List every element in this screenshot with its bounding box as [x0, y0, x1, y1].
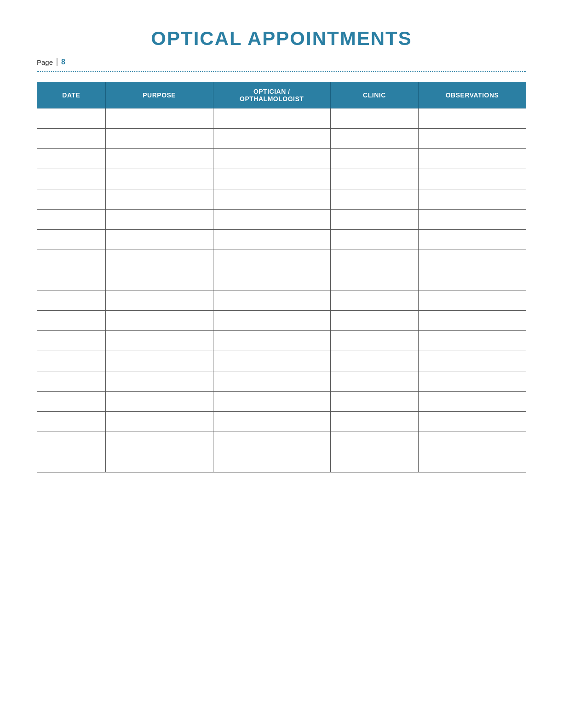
table-cell[interactable]	[37, 189, 106, 210]
table-cell[interactable]	[37, 169, 106, 189]
table-cell[interactable]	[105, 290, 213, 311]
table-cell[interactable]	[105, 250, 213, 270]
table-cell[interactable]	[213, 331, 330, 351]
table-cell[interactable]	[105, 270, 213, 290]
table-row	[37, 129, 526, 149]
table-cell[interactable]	[330, 149, 418, 169]
table-cell[interactable]	[330, 210, 418, 230]
table-cell[interactable]	[213, 230, 330, 250]
table-cell[interactable]	[213, 210, 330, 230]
table-cell[interactable]	[105, 432, 213, 452]
table-cell[interactable]	[37, 412, 106, 432]
table-cell[interactable]	[213, 250, 330, 270]
table-cell[interactable]	[419, 250, 526, 270]
table-cell[interactable]	[37, 351, 106, 371]
table-cell[interactable]	[419, 432, 526, 452]
table-cell[interactable]	[213, 392, 330, 412]
table-row	[37, 169, 526, 189]
table-cell[interactable]	[105, 331, 213, 351]
table-cell[interactable]	[330, 169, 418, 189]
table-cell[interactable]	[213, 169, 330, 189]
table-cell[interactable]	[213, 452, 330, 472]
table-cell[interactable]	[213, 290, 330, 311]
table-cell[interactable]	[37, 149, 106, 169]
table-cell[interactable]	[419, 189, 526, 210]
table-row	[37, 432, 526, 452]
table-cell[interactable]	[330, 392, 418, 412]
table-cell[interactable]	[213, 351, 330, 371]
table-cell[interactable]	[330, 311, 418, 331]
table-cell[interactable]	[37, 270, 106, 290]
table-cell[interactable]	[105, 149, 213, 169]
table-cell[interactable]	[419, 210, 526, 230]
page-info: Page 8	[37, 58, 526, 66]
table-cell[interactable]	[330, 452, 418, 472]
table-cell[interactable]	[419, 392, 526, 412]
table-cell[interactable]	[419, 169, 526, 189]
table-row	[37, 270, 526, 290]
table-cell[interactable]	[37, 452, 106, 472]
table-cell[interactable]	[330, 432, 418, 452]
table-cell[interactable]	[213, 371, 330, 392]
table-cell[interactable]	[213, 412, 330, 432]
table-cell[interactable]	[105, 129, 213, 149]
table-cell[interactable]	[419, 331, 526, 351]
table-cell[interactable]	[37, 371, 106, 392]
table-cell[interactable]	[37, 432, 106, 452]
table-cell[interactable]	[330, 270, 418, 290]
table-cell[interactable]	[105, 108, 213, 129]
table-cell[interactable]	[419, 230, 526, 250]
table-cell[interactable]	[419, 108, 526, 129]
table-cell[interactable]	[419, 452, 526, 472]
table-row	[37, 290, 526, 311]
table-cell[interactable]	[330, 189, 418, 210]
table-cell[interactable]	[330, 230, 418, 250]
table-cell[interactable]	[330, 108, 418, 129]
table-cell[interactable]	[105, 189, 213, 210]
table-cell[interactable]	[419, 351, 526, 371]
table-cell[interactable]	[105, 412, 213, 432]
table-cell[interactable]	[213, 432, 330, 452]
table-cell[interactable]	[37, 392, 106, 412]
section-divider	[37, 71, 526, 72]
col-header-purpose: PURPOSE	[105, 82, 213, 108]
table-cell[interactable]	[330, 331, 418, 351]
table-cell[interactable]	[37, 250, 106, 270]
table-cell[interactable]	[213, 270, 330, 290]
table-cell[interactable]	[213, 108, 330, 129]
table-cell[interactable]	[419, 129, 526, 149]
table-cell[interactable]	[105, 392, 213, 412]
table-row	[37, 250, 526, 270]
table-cell[interactable]	[37, 331, 106, 351]
table-cell[interactable]	[105, 230, 213, 250]
col-header-date: DATE	[37, 82, 106, 108]
table-cell[interactable]	[330, 412, 418, 432]
table-cell[interactable]	[419, 149, 526, 169]
table-cell[interactable]	[213, 311, 330, 331]
table-cell[interactable]	[37, 108, 106, 129]
table-cell[interactable]	[213, 189, 330, 210]
table-cell[interactable]	[419, 371, 526, 392]
table-cell[interactable]	[330, 129, 418, 149]
table-cell[interactable]	[37, 129, 106, 149]
table-cell[interactable]	[213, 129, 330, 149]
table-cell[interactable]	[37, 311, 106, 331]
table-cell[interactable]	[105, 210, 213, 230]
table-cell[interactable]	[105, 371, 213, 392]
table-cell[interactable]	[330, 371, 418, 392]
table-cell[interactable]	[105, 169, 213, 189]
table-cell[interactable]	[330, 351, 418, 371]
table-cell[interactable]	[105, 351, 213, 371]
table-cell[interactable]	[37, 290, 106, 311]
table-cell[interactable]	[37, 210, 106, 230]
table-cell[interactable]	[419, 270, 526, 290]
table-cell[interactable]	[330, 250, 418, 270]
table-cell[interactable]	[419, 412, 526, 432]
table-cell[interactable]	[105, 452, 213, 472]
table-cell[interactable]	[37, 230, 106, 250]
table-cell[interactable]	[419, 311, 526, 331]
table-cell[interactable]	[419, 290, 526, 311]
table-cell[interactable]	[330, 290, 418, 311]
table-cell[interactable]	[213, 149, 330, 169]
table-cell[interactable]	[105, 311, 213, 331]
